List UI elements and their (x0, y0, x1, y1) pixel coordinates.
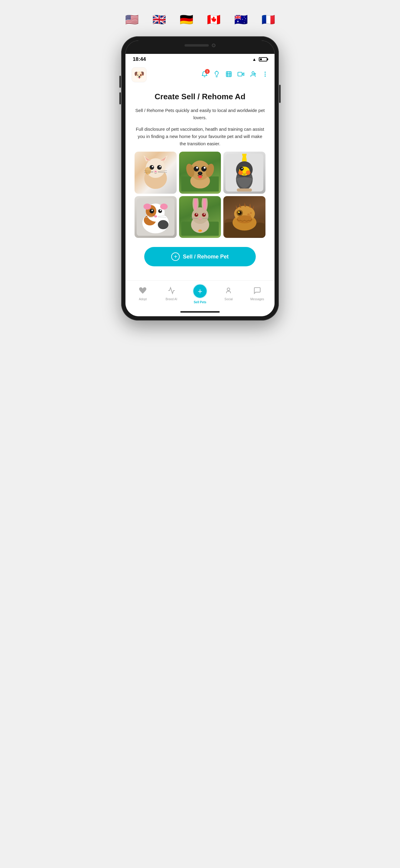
svg-point-54 (241, 168, 243, 169)
page-title: Create Sell / Rehome Ad (135, 92, 265, 101)
home-indicator (125, 309, 275, 316)
breed-ai-icon (168, 287, 175, 296)
pet-image-puppy (179, 152, 221, 194)
social-icon (225, 287, 232, 296)
svg-marker-8 (242, 73, 244, 75)
flag-uk[interactable]: 🇬🇧 (148, 12, 170, 27)
phone-frame: 18:44 ▲ 🐶 (121, 36, 279, 320)
svg-rect-3 (226, 71, 231, 76)
svg-point-25 (160, 166, 161, 167)
svg-marker-91 (236, 205, 238, 209)
volume-up-button (119, 76, 121, 88)
svg-marker-94 (249, 204, 251, 208)
svg-point-59 (158, 220, 169, 229)
page-description-2: Full disclosure of pett vaccination, hea… (135, 126, 265, 147)
svg-point-43 (198, 175, 202, 178)
svg-point-83 (204, 213, 205, 215)
more-options-button[interactable] (262, 71, 268, 79)
flag-de[interactable]: 🇩🇪 (175, 12, 197, 27)
nav-messages[interactable]: Messages (243, 287, 272, 301)
svg-point-39 (196, 167, 198, 168)
home-bar (180, 311, 220, 313)
pet-image-guinea-pig (135, 196, 177, 238)
svg-point-102 (247, 213, 250, 216)
svg-rect-9 (238, 72, 242, 76)
ideas-button[interactable] (213, 71, 220, 79)
svg-point-13 (265, 72, 265, 72)
svg-point-62 (149, 209, 154, 213)
svg-point-81 (202, 213, 205, 216)
sell-button-label: Sell / Rehome Pet (183, 254, 228, 260)
notification-badge: 1 (205, 69, 210, 74)
svg-point-97 (237, 211, 241, 215)
notch-bar (125, 40, 275, 54)
nav-sell-pets[interactable]: + Sell Pets (186, 284, 214, 304)
svg-point-103 (250, 212, 252, 214)
status-time: 18:44 (133, 56, 146, 62)
user-settings-button[interactable] (250, 71, 256, 79)
listings-button[interactable] (225, 71, 232, 79)
svg-point-51 (238, 170, 243, 175)
sell-pets-label: Sell Pets (194, 301, 206, 304)
nav-breed-ai[interactable]: Breed AI (157, 287, 185, 301)
header-icons: 1 (201, 71, 268, 79)
nav-adopt[interactable]: Adopt (128, 287, 157, 301)
battery-fill (260, 58, 262, 60)
svg-point-99 (239, 212, 240, 213)
svg-marker-95 (252, 205, 254, 209)
nav-social[interactable]: Social (214, 287, 243, 301)
power-button (279, 85, 281, 103)
svg-point-65 (160, 210, 161, 211)
svg-point-38 (201, 166, 206, 171)
svg-point-87 (198, 229, 202, 231)
notch-pill (184, 44, 209, 46)
status-bar: 18:44 ▲ (125, 54, 275, 64)
svg-rect-55 (237, 189, 252, 192)
pet-image-grid (135, 152, 265, 238)
svg-point-82 (196, 213, 197, 215)
pet-image-lizard (223, 196, 265, 238)
svg-point-71 (143, 204, 151, 210)
svg-point-84 (199, 218, 201, 219)
svg-point-2 (217, 71, 217, 71)
sell-button-plus-icon: + (171, 252, 180, 261)
messages-icon (253, 287, 261, 296)
app-logo: 🐶 (132, 67, 147, 82)
messages-label: Messages (250, 298, 264, 301)
pet-image-kitten (135, 152, 177, 194)
svg-point-31 (145, 167, 151, 175)
notch-cutout (173, 40, 227, 50)
front-camera (212, 43, 216, 47)
page-wrapper: 🇺🇸 🇬🇧 🇩🇪 🇨🇦 🇦🇺 🇫🇷 18:44 ▲ (100, 0, 300, 333)
volume-down-button (119, 92, 121, 104)
sell-rehome-pet-button[interactable]: + Sell / Rehome Pet (144, 247, 255, 266)
flag-fr[interactable]: 🇫🇷 (257, 12, 279, 27)
svg-point-42 (199, 172, 201, 174)
flags-row: 🇺🇸 🇬🇧 🇩🇪 🇨🇦 🇦🇺 🇫🇷 (121, 12, 279, 27)
svg-point-80 (194, 213, 198, 216)
svg-point-23 (157, 165, 162, 169)
breed-ai-label: Breed AI (166, 298, 177, 301)
battery-icon (259, 57, 267, 61)
svg-point-26 (154, 171, 157, 172)
notification-bell-button[interactable]: 1 (201, 71, 208, 79)
adopt-icon (139, 287, 147, 296)
svg-point-72 (160, 204, 168, 210)
flag-us[interactable]: 🇺🇸 (121, 12, 143, 27)
flag-ca[interactable]: 🇨🇦 (203, 12, 225, 27)
wifi-icon: ▲ (252, 57, 256, 62)
svg-point-101 (236, 212, 238, 213)
pet-image-rabbit (179, 196, 221, 238)
app-header: 🐶 1 (125, 64, 275, 86)
video-button[interactable] (237, 71, 244, 79)
adopt-label: Adopt (139, 298, 147, 301)
sell-pets-center-button[interactable]: + (193, 284, 207, 299)
bottom-navigation: Adopt Breed AI + Sell Pets (125, 280, 275, 309)
svg-point-37 (194, 166, 199, 171)
svg-point-24 (152, 166, 153, 167)
svg-point-66 (154, 215, 157, 217)
svg-point-10 (252, 71, 254, 73)
flag-au[interactable]: 🇦🇺 (230, 12, 252, 27)
page-description-1: Sell / Rehome Pets quickly and easily to… (135, 107, 265, 121)
svg-point-52 (246, 170, 251, 175)
